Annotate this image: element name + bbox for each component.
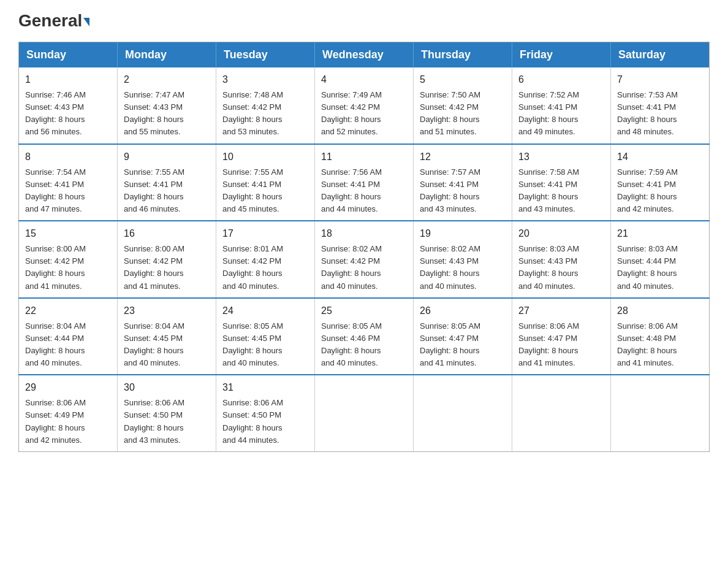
day-info: Sunrise: 7:58 AMSunset: 4:41 PMDaylight:…: [518, 166, 604, 216]
day-info: Sunrise: 8:02 AMSunset: 4:42 PMDaylight:…: [321, 243, 407, 293]
calendar-cell: 3Sunrise: 7:48 AMSunset: 4:42 PMDaylight…: [216, 67, 315, 144]
day-number: 20: [518, 226, 604, 241]
calendar-cell: 2Sunrise: 7:47 AMSunset: 4:43 PMDaylight…: [118, 67, 216, 144]
day-number: 8: [25, 150, 111, 164]
day-info: Sunrise: 8:06 AMSunset: 4:50 PMDaylight:…: [124, 397, 210, 446]
calendar-cell: [611, 375, 710, 451]
day-number: 30: [124, 380, 210, 395]
day-number: 31: [222, 380, 308, 395]
logo-text: General: [18, 12, 89, 29]
calendar-week-row: 15Sunrise: 8:00 AMSunset: 4:42 PMDayligh…: [19, 221, 710, 298]
day-number: 2: [124, 72, 210, 87]
day-number: 10: [222, 150, 308, 164]
calendar-week-row: 29Sunrise: 8:06 AMSunset: 4:49 PMDayligh…: [19, 375, 710, 451]
day-info: Sunrise: 7:54 AMSunset: 4:41 PMDaylight:…: [25, 166, 111, 216]
calendar-week-row: 22Sunrise: 8:04 AMSunset: 4:44 PMDayligh…: [19, 298, 710, 375]
calendar-cell: 28Sunrise: 8:06 AMSunset: 4:48 PMDayligh…: [611, 298, 710, 375]
calendar-cell: 1Sunrise: 7:46 AMSunset: 4:43 PMDaylight…: [19, 67, 118, 144]
calendar-cell: 6Sunrise: 7:52 AMSunset: 4:41 PMDaylight…: [512, 67, 611, 144]
header-tuesday: Tuesday: [216, 42, 315, 68]
day-number: 21: [617, 226, 703, 241]
calendar-cell: 5Sunrise: 7:50 AMSunset: 4:42 PMDaylight…: [414, 67, 512, 144]
day-info: Sunrise: 7:49 AMSunset: 4:42 PMDaylight:…: [321, 89, 407, 139]
day-info: Sunrise: 8:05 AMSunset: 4:46 PMDaylight:…: [321, 320, 407, 370]
day-number: 3: [222, 72, 308, 87]
day-number: 16: [124, 226, 210, 241]
calendar-cell: 26Sunrise: 8:05 AMSunset: 4:47 PMDayligh…: [414, 298, 512, 375]
calendar-cell: 30Sunrise: 8:06 AMSunset: 4:50 PMDayligh…: [118, 375, 216, 451]
header-friday: Friday: [512, 42, 611, 68]
day-info: Sunrise: 8:02 AMSunset: 4:43 PMDaylight:…: [420, 243, 506, 293]
calendar-header-row: SundayMondayTuesdayWednesdayThursdayFrid…: [19, 42, 710, 68]
day-info: Sunrise: 8:06 AMSunset: 4:48 PMDaylight:…: [617, 320, 703, 370]
day-info: Sunrise: 7:56 AMSunset: 4:41 PMDaylight:…: [321, 166, 407, 216]
day-info: Sunrise: 8:05 AMSunset: 4:47 PMDaylight:…: [420, 320, 506, 370]
day-info: Sunrise: 7:50 AMSunset: 4:42 PMDaylight:…: [420, 89, 506, 139]
day-info: Sunrise: 8:03 AMSunset: 4:43 PMDaylight:…: [518, 243, 604, 293]
calendar-cell: 10Sunrise: 7:55 AMSunset: 4:41 PMDayligh…: [216, 144, 315, 221]
calendar-cell: 27Sunrise: 8:06 AMSunset: 4:47 PMDayligh…: [512, 298, 611, 375]
day-info: Sunrise: 8:06 AMSunset: 4:47 PMDaylight:…: [518, 320, 604, 370]
calendar-table: SundayMondayTuesdayWednesdayThursdayFrid…: [18, 42, 710, 452]
day-info: Sunrise: 8:04 AMSunset: 4:45 PMDaylight:…: [124, 320, 210, 370]
day-number: 23: [124, 304, 210, 318]
day-info: Sunrise: 8:00 AMSunset: 4:42 PMDaylight:…: [25, 243, 111, 293]
header-sunday: Sunday: [19, 42, 118, 68]
day-info: Sunrise: 8:05 AMSunset: 4:45 PMDaylight:…: [222, 320, 308, 370]
calendar-cell: 17Sunrise: 8:01 AMSunset: 4:42 PMDayligh…: [216, 221, 315, 298]
calendar-cell: 31Sunrise: 8:06 AMSunset: 4:50 PMDayligh…: [216, 375, 315, 451]
day-number: 17: [222, 226, 308, 241]
calendar-cell: [315, 375, 414, 451]
calendar-cell: 24Sunrise: 8:05 AMSunset: 4:45 PMDayligh…: [216, 298, 315, 375]
calendar-cell: 23Sunrise: 8:04 AMSunset: 4:45 PMDayligh…: [118, 298, 216, 375]
day-number: 19: [420, 226, 506, 241]
calendar-week-row: 8Sunrise: 7:54 AMSunset: 4:41 PMDaylight…: [19, 144, 710, 221]
day-number: 14: [617, 150, 703, 164]
day-number: 9: [124, 150, 210, 164]
day-number: 1: [25, 72, 111, 87]
calendar-cell: 8Sunrise: 7:54 AMSunset: 4:41 PMDaylight…: [19, 144, 118, 221]
header-wednesday: Wednesday: [315, 42, 414, 68]
calendar-cell: 12Sunrise: 7:57 AMSunset: 4:41 PMDayligh…: [414, 144, 512, 221]
calendar-cell: 16Sunrise: 8:00 AMSunset: 4:42 PMDayligh…: [118, 221, 216, 298]
day-number: 22: [25, 304, 111, 318]
day-info: Sunrise: 7:55 AMSunset: 4:41 PMDaylight:…: [124, 166, 210, 216]
calendar-cell: [512, 375, 611, 451]
day-number: 5: [420, 72, 506, 87]
day-info: Sunrise: 7:53 AMSunset: 4:41 PMDaylight:…: [617, 89, 703, 139]
day-number: 12: [420, 150, 506, 164]
logo-triangle-icon: [83, 18, 89, 26]
day-info: Sunrise: 7:52 AMSunset: 4:41 PMDaylight:…: [518, 89, 604, 139]
day-info: Sunrise: 8:06 AMSunset: 4:49 PMDaylight:…: [25, 397, 111, 446]
day-number: 24: [222, 304, 308, 318]
calendar-cell: 7Sunrise: 7:53 AMSunset: 4:41 PMDaylight…: [611, 67, 710, 144]
day-number: 28: [617, 304, 703, 318]
day-number: 4: [321, 72, 407, 87]
header-thursday: Thursday: [414, 42, 512, 68]
day-info: Sunrise: 7:47 AMSunset: 4:43 PMDaylight:…: [124, 89, 210, 139]
calendar-cell: 20Sunrise: 8:03 AMSunset: 4:43 PMDayligh…: [512, 221, 611, 298]
header: General: [18, 12, 710, 31]
day-number: 18: [321, 226, 407, 241]
calendar-cell: 9Sunrise: 7:55 AMSunset: 4:41 PMDaylight…: [118, 144, 216, 221]
calendar-cell: 13Sunrise: 7:58 AMSunset: 4:41 PMDayligh…: [512, 144, 611, 221]
day-info: Sunrise: 8:06 AMSunset: 4:50 PMDaylight:…: [222, 397, 308, 446]
calendar-cell: 19Sunrise: 8:02 AMSunset: 4:43 PMDayligh…: [414, 221, 512, 298]
day-info: Sunrise: 8:03 AMSunset: 4:44 PMDaylight:…: [617, 243, 703, 293]
logo: General: [18, 12, 89, 31]
day-number: 6: [518, 72, 604, 87]
day-info: Sunrise: 7:46 AMSunset: 4:43 PMDaylight:…: [25, 89, 111, 139]
day-number: 29: [25, 380, 111, 395]
calendar-cell: [414, 375, 512, 451]
day-info: Sunrise: 7:55 AMSunset: 4:41 PMDaylight:…: [222, 166, 308, 216]
day-info: Sunrise: 7:59 AMSunset: 4:41 PMDaylight:…: [617, 166, 703, 216]
day-number: 11: [321, 150, 407, 164]
day-info: Sunrise: 8:00 AMSunset: 4:42 PMDaylight:…: [124, 243, 210, 293]
calendar-cell: 15Sunrise: 8:00 AMSunset: 4:42 PMDayligh…: [19, 221, 118, 298]
day-info: Sunrise: 8:01 AMSunset: 4:42 PMDaylight:…: [222, 243, 308, 293]
day-number: 15: [25, 226, 111, 241]
day-number: 27: [518, 304, 604, 318]
calendar-week-row: 1Sunrise: 7:46 AMSunset: 4:43 PMDaylight…: [19, 67, 710, 144]
day-number: 13: [518, 150, 604, 164]
day-info: Sunrise: 8:04 AMSunset: 4:44 PMDaylight:…: [25, 320, 111, 370]
